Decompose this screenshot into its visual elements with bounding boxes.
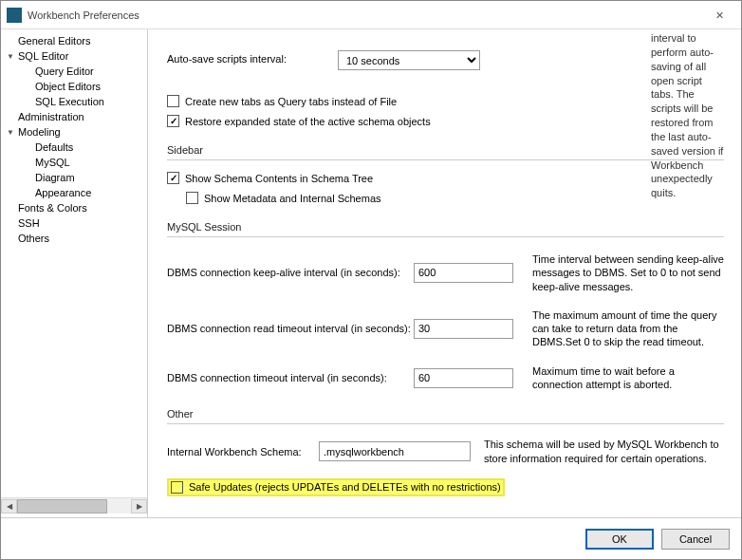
internal-schema-row: Internal Workbench Schema: This schema w… (167, 438, 724, 465)
safe-updates-label: Safe Updates (rejects UPDATEs and DELETE… (189, 481, 501, 493)
divider (167, 236, 724, 237)
tree-item-mysql[interactable]: MySQL (1, 155, 147, 170)
readtimeout-input[interactable] (414, 319, 513, 339)
checkbox-icon[interactable] (167, 95, 179, 107)
scroll-track[interactable] (17, 499, 131, 513)
readtimeout-desc: The maximum amount of time the query can… (532, 308, 724, 349)
keepalive-desc: Time interval between sending keep-alive… (532, 252, 724, 293)
metadata-checkbox-row[interactable]: Show Metadata and Internal Schemas (186, 192, 724, 204)
tree-item-fonts-colors[interactable]: Fonts & Colors (1, 200, 147, 215)
autosave-desc: interval to perform auto-saving of all o… (651, 31, 724, 200)
tree-item-ssh[interactable]: SSH (1, 215, 147, 231)
new-tabs-label: Create new tabs as Query tabs instead of… (185, 96, 397, 107)
divider (167, 423, 724, 424)
conntimeout-desc: Maximum time to wait before a connection… (532, 364, 724, 392)
tree-item-defaults[interactable]: Defaults (1, 140, 147, 155)
checkbox-icon[interactable] (171, 481, 183, 494)
close-button[interactable]: ✕ (698, 1, 741, 29)
checkbox-icon[interactable] (186, 192, 198, 204)
tree-item-general-editors[interactable]: General Editors (1, 33, 147, 48)
conntimeout-row: DBMS connection timeout interval (in sec… (167, 364, 724, 392)
sidebar-hscroll[interactable]: ◀ ▶ (1, 497, 147, 513)
autosave-row: Auto-save scripts interval: 10 seconds (167, 50, 724, 70)
section-sidebar-title: Sidebar (167, 144, 724, 156)
divider (167, 159, 724, 160)
content-pane: interval to perform auto-saving of all o… (148, 29, 741, 517)
safe-updates-highlight: Safe Updates (rejects UPDATEs and DELETE… (167, 478, 505, 496)
metadata-label: Show Metadata and Internal Schemas (204, 193, 381, 204)
tree-item-appearance[interactable]: Appearance (1, 185, 147, 200)
tree-item-sql-execution[interactable]: SQL Execution (1, 94, 147, 109)
readtimeout-row: DBMS connection read timeout interval (i… (167, 308, 724, 349)
dialog-footer: OK Cancel (1, 517, 741, 559)
tree-item-administration[interactable]: Administration (1, 109, 147, 124)
window-title: Workbench Preferences (28, 9, 139, 21)
checkbox-icon[interactable] (167, 172, 179, 184)
nav-tree: General Editors SQL Editor Query Editor … (1, 33, 147, 497)
conntimeout-input[interactable] (414, 368, 513, 388)
autosave-label: Auto-save scripts interval: (167, 50, 338, 65)
conntimeout-label: DBMS connection timeout interval (in sec… (167, 372, 414, 383)
internal-schema-input[interactable] (319, 441, 471, 461)
section-mysql-title: MySQL Session (167, 221, 724, 233)
autosave-select[interactable]: 10 seconds (338, 50, 480, 70)
cancel-button[interactable]: Cancel (661, 529, 730, 550)
internal-schema-desc: This schema will be used by MySQL Workbe… (484, 438, 724, 465)
section-other-title: Other (167, 408, 724, 420)
app-icon (7, 8, 22, 23)
scroll-left-icon[interactable]: ◀ (1, 499, 17, 513)
readtimeout-label: DBMS connection read timeout interval (i… (167, 323, 414, 334)
new-tabs-checkbox-row[interactable]: Create new tabs as Query tabs instead of… (167, 95, 724, 107)
checkbox-icon[interactable] (167, 115, 179, 127)
keepalive-label: DBMS connection keep-alive interval (in … (167, 267, 414, 278)
ok-button[interactable]: OK (585, 529, 654, 550)
titlebar: Workbench Preferences ✕ (1, 1, 741, 29)
tree-item-others[interactable]: Others (1, 231, 147, 246)
schema-tree-checkbox-row[interactable]: Show Schema Contents in Schema Tree (167, 172, 724, 184)
close-icon: ✕ (715, 9, 724, 22)
tree-item-diagram[interactable]: Diagram (1, 170, 147, 185)
safe-updates-checkbox-row[interactable]: Safe Updates (rejects UPDATEs and DELETE… (171, 481, 501, 494)
restore-state-checkbox-row[interactable]: Restore expanded state of the active sch… (167, 115, 724, 127)
keepalive-input[interactable] (414, 263, 513, 283)
tree-item-query-editor[interactable]: Query Editor (1, 64, 147, 79)
internal-schema-label: Internal Workbench Schema: (167, 446, 319, 457)
main-area: General Editors SQL Editor Query Editor … (1, 29, 741, 517)
tree-item-modeling[interactable]: Modeling (1, 124, 147, 140)
scroll-thumb[interactable] (17, 499, 107, 513)
keepalive-row: DBMS connection keep-alive interval (in … (167, 252, 724, 293)
tree-item-object-editors[interactable]: Object Editors (1, 79, 147, 94)
restore-state-label: Restore expanded state of the active sch… (185, 116, 431, 127)
scroll-right-icon[interactable]: ▶ (131, 499, 147, 513)
tree-item-sql-editor[interactable]: SQL Editor (1, 48, 147, 64)
schema-tree-label: Show Schema Contents in Schema Tree (185, 173, 373, 184)
nav-sidebar: General Editors SQL Editor Query Editor … (1, 29, 148, 517)
